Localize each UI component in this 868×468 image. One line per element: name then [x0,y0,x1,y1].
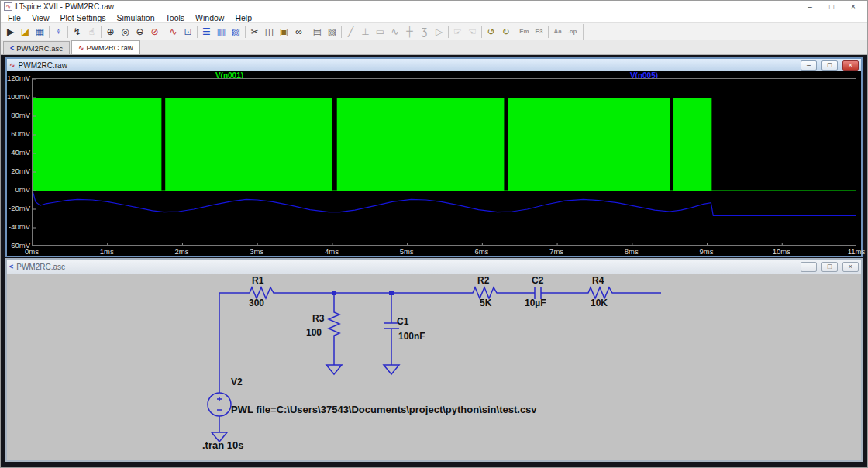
trace-vn001-pulse [33,98,161,191]
zoom-out-button[interactable]: ⊖ [133,25,147,39]
find-icon: ∞ [295,26,302,38]
wire-icon: ╱ [348,26,353,38]
waveform-plot-area[interactable]: V(n001) V(n005) 120mV100mV80mV60mV40mV20… [7,71,861,256]
open-file-button[interactable]: ◪ [18,25,33,39]
menu-view[interactable]: View [26,12,55,23]
spice-directive-button[interactable]: .op [565,25,580,39]
node-junction [389,291,394,295]
zoom-area-icon: ◎ [121,26,129,38]
ltspice-app: ∿ LTspice XVII - PWM2RC.raw – □ × FileVi… [0,0,868,468]
print-button[interactable]: ▤ [310,25,325,39]
waveform-window-icon: ∿ [9,61,16,69]
wire-button[interactable]: ╱ [343,25,358,39]
app-titlebar[interactable]: ∿ LTspice XVII - PWM2RC.raw – □ × [1,1,867,12]
component-value-c1[interactable]: 100nF [398,331,425,342]
open-file-icon: ◪ [21,26,29,38]
net-label-button[interactable]: ▭ [373,25,388,39]
schem-close-button[interactable]: × [842,262,859,272]
new-schematic-button[interactable]: ▶ [3,25,18,39]
mirror-button[interactable]: Em [517,25,532,39]
trace-vn001-pulse [508,98,670,191]
print-preview-button[interactable]: ▧ [325,25,339,39]
redo-button[interactable]: ↻ [498,25,513,39]
ground-button[interactable]: ⊥ [358,25,373,39]
resistor-button[interactable]: ∿ [388,25,402,39]
schematic-canvas[interactable]: R1 300 R3 100 C1 100nF R2 5K C2 10µF R4 … [7,274,861,460]
y-axis-label: -20mV [7,204,30,212]
component-value-r2[interactable]: 5K [480,298,491,308]
run-button[interactable]: ↯ [70,25,84,39]
find-button[interactable]: ∞ [291,25,306,39]
toolbar-buttons: ▶◪▦♆↯☝⊕◎⊖⊘∿⊡☰▥▨✂◫▣∞▤▧╱⊥▭∿╪Ʒ▷☞☜↺↻EmE3Aa.o… [3,24,584,40]
text-tool-button[interactable]: Aa [550,25,565,39]
y-axis-label: 40mV [7,148,30,157]
component-ref-v2[interactable]: V2 [231,377,243,387]
menu-tools[interactable]: Tools [160,12,191,23]
control-panel-button[interactable]: ♆ [51,25,66,39]
tab-pwm2rc-asc[interactable]: < PWM2RC.asc [3,41,70,54]
zoom-full-extents-button[interactable]: ⊘ [147,25,162,39]
component-value-c2[interactable]: 10µF [525,298,546,308]
component-value-r1[interactable]: 300 [249,298,264,308]
component-ref-r2[interactable]: R2 [477,275,489,286]
paste-button[interactable]: ▣ [277,25,291,39]
waveform-plot[interactable] [32,78,856,246]
trace-vn001-pulse [337,98,505,191]
waveform-window-titlebar[interactable]: ∿ PWM2RC.raw – □ × [7,59,861,71]
copy-button[interactable]: ◫ [262,25,277,39]
y-axis-label: 120mV [7,74,30,82]
component-ref-c2[interactable]: C2 [532,275,543,286]
schem-restore-button[interactable]: □ [822,262,838,272]
component-ref-r4[interactable]: R4 [592,275,604,286]
schematic-window-titlebar[interactable]: < PWM2RC.asc – □ × [7,260,861,274]
tile-windows-button[interactable]: ☰ [199,25,214,39]
diode-button[interactable]: ▷ [432,25,446,39]
zoom-full-extents-icon: ⊘ [150,26,158,38]
capacitor-button[interactable]: ╪ [402,25,417,39]
zoom-in-button[interactable]: ⊕ [103,25,118,39]
rotate-button[interactable]: E3 [532,25,546,39]
inductor-button[interactable]: Ʒ [417,25,432,39]
zoom-box-button[interactable]: ⊡ [181,25,195,39]
resistor-r1 [246,287,470,298]
menu-plot-settings[interactable]: Plot Settings [55,12,112,23]
zoom-area-button[interactable]: ◎ [118,25,133,39]
drag-button[interactable]: ☜ [465,25,480,39]
menu-simulation[interactable]: Simulation [112,12,160,23]
tile-windows-icon: ☰ [202,26,211,38]
move-button[interactable]: ☞ [450,25,465,39]
menu-file[interactable]: File [2,12,26,23]
component-ref-c1[interactable]: C1 [397,316,408,327]
component-value-r3[interactable]: 100 [306,327,322,338]
schem-minimize-button[interactable]: – [801,262,817,272]
ground-symbol [384,365,399,374]
close-window-button[interactable]: ▨ [229,25,243,39]
component-ref-r3[interactable]: R3 [312,313,324,324]
capacitor-icon: ╪ [406,26,413,38]
text-tool-icon: Aa [553,26,561,38]
halt-button[interactable]: ☝ [84,25,99,39]
toolbar-separator [245,26,246,38]
menu-window[interactable]: Window [190,12,229,23]
autorange-icon: ∿ [169,26,177,38]
cascade-windows-button[interactable]: ▥ [214,25,229,39]
restore-button[interactable]: □ [821,1,842,12]
undo-button[interactable]: ↺ [484,25,498,39]
save-button[interactable]: ▦ [33,25,47,39]
component-value-r4[interactable]: 10K [591,298,608,308]
minimize-button[interactable]: – [799,1,821,12]
menu-help[interactable]: Help [229,12,257,23]
halt-icon: ☝ [89,26,95,38]
tab-label: PWM2RC.raw [86,43,133,52]
cut-button[interactable]: ✂ [247,25,262,39]
close-button[interactable]: × [842,1,864,12]
component-ref-r1[interactable]: R1 [252,275,264,286]
tran-directive-text[interactable]: .tran 10s [202,439,243,451]
wave-minimize-button[interactable]: – [801,60,817,71]
trace-vn005 [33,191,856,215]
tab-pwm2rc-raw[interactable]: ∿ PWM2RC.raw [71,40,140,54]
wave-close-button[interactable]: × [842,60,859,71]
autorange-button[interactable]: ∿ [166,25,181,39]
pwl-directive-text[interactable]: PWL file=C:\Users\37543\Documents\projec… [231,404,537,415]
wave-restore-button[interactable]: □ [822,60,838,71]
